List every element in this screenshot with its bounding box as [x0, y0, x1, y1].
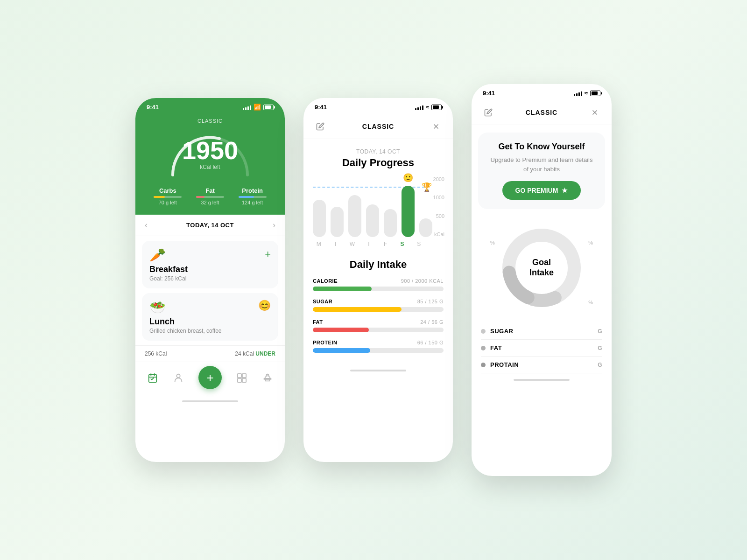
donut-section: GoalIntake % % % — [472, 217, 612, 319]
macro-carbs-name: Carbs — [154, 187, 182, 194]
chart-x-labels: M T W T F S S — [313, 241, 444, 247]
breakfast-name: Breakfast — [149, 265, 271, 274]
status-icons-3: ≈ — [574, 90, 600, 97]
macro-fat: Fat 32 g left — [196, 187, 224, 205]
home-indicator-1 — [182, 400, 238, 402]
lunch-desc: Grilled chicken breast, coffee — [149, 328, 271, 334]
edit-icon-3[interactable] — [481, 105, 496, 120]
legend-sugar-val: G — [598, 328, 602, 335]
svg-point-4 — [176, 374, 180, 378]
status-bar-2: 9:41 ≈ — [303, 98, 453, 114]
gauge-container: 1950 kCal left — [163, 128, 257, 180]
close-icon-3[interactable] — [587, 105, 602, 120]
calories-unit: kCal left — [163, 164, 257, 170]
fab-add-btn[interactable]: + — [198, 366, 222, 389]
phone3-header: CLASSIC — [472, 100, 612, 125]
nav-calendar-icon[interactable] — [148, 373, 158, 386]
legend-protein: PROTAIN G — [481, 357, 602, 373]
legend-fat-val: G — [598, 345, 602, 351]
y-label-500: 500 — [433, 213, 444, 219]
nav-person-icon[interactable] — [173, 373, 183, 386]
intake-fat-val: 24 / 56 G — [420, 319, 444, 325]
edit-icon[interactable] — [313, 119, 328, 134]
breakfast-card[interactable]: 🥕 + Breakfast Goal: 256 kCal — [142, 241, 278, 288]
lunch-card[interactable]: 🥗 😊 Lunch Grilled chicken breast, coffee — [142, 293, 278, 341]
bar-mon — [313, 200, 326, 237]
battery-icon-3 — [590, 91, 600, 96]
x-label-s: S — [396, 241, 409, 247]
date-nav-title: TODAY, 14 OCT — [186, 222, 234, 229]
header-label-1: CLASSIC — [147, 118, 274, 124]
close-icon-2[interactable] — [429, 119, 444, 134]
y-label-2000: 2000 — [433, 176, 444, 182]
intake-sugar-label: SUGAR — [313, 299, 332, 304]
intake-protein-labels: PROTEIN 66 / 150 G — [313, 340, 444, 345]
bar-wed — [348, 195, 361, 237]
nav-squares-icon[interactable] — [237, 373, 247, 386]
macro-protein-val: 124 g left — [239, 200, 267, 205]
bar-fri — [384, 209, 397, 237]
intake-calorie-label: CALORIE — [313, 278, 338, 284]
y-label-kcal: kCal — [433, 231, 444, 237]
intake-protein-label: PROTEIN — [313, 340, 337, 345]
gauge-arc-svg — [163, 128, 257, 180]
prev-date-btn[interactable]: ‹ — [145, 220, 148, 230]
intake-calorie-val: 900 / 2000 KCAL — [401, 278, 444, 284]
x-label-f: F — [380, 241, 392, 247]
donut-label: GoalIntake — [529, 258, 554, 278]
calorie-bar-fill — [313, 287, 372, 291]
svg-rect-7 — [238, 378, 241, 382]
breakfast-icon: 🥕 — [149, 247, 271, 263]
premium-title: Get To Know Yourself — [487, 142, 596, 152]
intake-calorie-labels: CALORIE 900 / 2000 KCAL — [313, 278, 444, 284]
time-1: 9:41 — [147, 104, 159, 111]
status-bar-1: 9:41 📶 — [135, 98, 285, 114]
premium-sub: Upgrade to Premium and learn details of … — [487, 155, 596, 174]
bar-thu — [366, 204, 379, 237]
x-label-t2: T — [363, 241, 375, 247]
phone-1: 9:41 📶 CLASSIC 1950 kCal left — [135, 98, 285, 462]
next-date-btn[interactable]: › — [273, 220, 275, 230]
go-premium-label: GO PREMIUM — [515, 187, 558, 194]
status-icons-1: 📶 — [243, 104, 274, 111]
phone2-header: CLASSIC — [303, 114, 453, 139]
macro-protein-bar — [239, 196, 267, 198]
bar-mon-fill — [313, 200, 326, 237]
x-label-s2: S — [413, 241, 425, 247]
donut-pct-1: % — [490, 240, 495, 245]
svg-rect-6 — [242, 374, 246, 378]
signal-icon-3 — [574, 91, 582, 96]
legend-sugar-label: SUGAR — [490, 328, 513, 335]
breakfast-goal: Goal: 256 kCal — [149, 275, 271, 282]
home-indicator-2 — [350, 370, 406, 371]
intake-protein: PROTEIN 66 / 150 G — [313, 340, 444, 353]
x-label-m: M — [313, 241, 325, 247]
meal-under: 24 kCal UNDER — [235, 350, 275, 357]
legend-section: SUGAR G FAT G PROTAIN G — [472, 319, 612, 377]
calorie-bar-track — [313, 287, 444, 291]
nav-chef-icon[interactable] — [262, 373, 273, 386]
donut-pct-2: % — [588, 240, 593, 245]
intake-protein-val: 66 / 150 G — [417, 340, 444, 345]
chart-area: 🏆 🙂 — [303, 176, 453, 247]
y-label-1000: 1000 — [433, 195, 444, 200]
breakfast-add-btn[interactable]: + — [265, 248, 271, 260]
chart-y-labels: 2000 1000 500 kCal — [433, 176, 444, 237]
bar-thu-fill — [366, 204, 379, 237]
lunch-emoji: 😊 — [258, 300, 271, 312]
go-premium-btn[interactable]: GO PREMIUM ★ — [502, 181, 581, 200]
svg-rect-5 — [238, 374, 241, 378]
intake-sugar: SUGAR 85 / 125 G — [313, 299, 444, 312]
legend-sugar: SUGAR G — [481, 323, 602, 340]
bottom-nav: + — [135, 362, 285, 399]
lunch-icon: 🥗 — [149, 300, 271, 315]
bar-sat-fill: 🙂 — [402, 186, 415, 237]
macro-fat-name: Fat — [196, 187, 224, 194]
legend-protein-left: PROTAIN — [481, 361, 519, 368]
wifi-icon-1: 📶 — [254, 104, 261, 111]
macro-carbs-val: 70 g left — [154, 200, 182, 205]
phone-1-header: CLASSIC 1950 kCal left Carbs 70 g left — [135, 114, 285, 215]
battery-icon-2 — [431, 105, 442, 110]
signal-icon-1 — [243, 105, 251, 110]
phone3-title: CLASSIC — [526, 109, 557, 116]
